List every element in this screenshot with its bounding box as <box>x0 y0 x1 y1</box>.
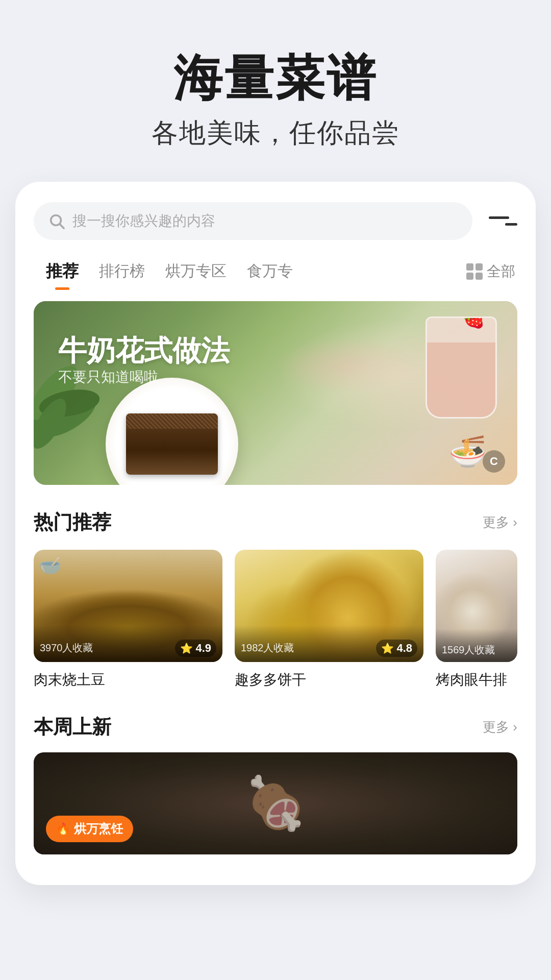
svg-line-1 <box>60 224 64 228</box>
food-card-name-1: 肉末烧土豆 <box>34 670 222 690</box>
fire-icon: 🔥 <box>56 822 70 836</box>
food-card-badge-2: 1982人收藏 ⭐ 4.8 <box>235 625 423 662</box>
tab-food[interactable]: 食万专 <box>237 257 303 286</box>
food-card-3[interactable]: 1569人收藏 烤肉眼牛排 <box>436 550 517 690</box>
app-card: 搜一搜你感兴趣的内容 推荐 排行榜 烘万专区 食万专 全部 <box>15 182 536 885</box>
weekly-more-link[interactable]: 更多 › <box>483 718 517 736</box>
star-icon-1: ⭐ <box>180 642 193 654</box>
rating-score-1: 4.9 <box>195 642 211 655</box>
banner-drink: 🍓 <box>425 316 497 419</box>
search-bar[interactable]: 搜一搜你感兴趣的内容 <box>34 202 472 240</box>
banner[interactable]: 🍓 🍜 牛奶花式做法 不要只知道喝啦 C <box>34 301 517 485</box>
food-card-badge-1: 3970人收藏 ⭐ 4.9 <box>34 625 222 662</box>
search-placeholder-text: 搜一搜你感兴趣的内容 <box>72 211 215 231</box>
weekly-badge: 🔥 烘万烹饪 <box>46 816 133 842</box>
bowl-deco: 🥣 <box>39 555 62 576</box>
tab-all-label: 全部 <box>487 262 515 281</box>
food-card-badge-3: 1569人收藏 <box>436 629 517 662</box>
food-card-image-2: 1982人收藏 ⭐ 4.8 <box>235 550 423 662</box>
grid-dot-2 <box>475 263 483 271</box>
weekly-card[interactable]: 🍖 🔥 烘万烹饪 <box>34 752 517 854</box>
grid-icon <box>466 263 483 280</box>
search-icon <box>48 212 65 230</box>
banner-subtitle: 不要只知道喝啦 <box>58 368 158 387</box>
tab-ranking[interactable]: 排行榜 <box>89 257 155 286</box>
page-sub-title: 各地美味，任你品尝 <box>31 115 520 151</box>
hot-section-header: 热门推荐 更多 › <box>34 509 517 535</box>
tab-all[interactable]: 全部 <box>466 262 515 281</box>
menu-line-bottom <box>505 223 517 226</box>
grid-dot-1 <box>466 263 473 271</box>
grid-dot-3 <box>466 273 473 280</box>
hot-more-link[interactable]: 更多 › <box>483 513 517 531</box>
food-card-name-3: 烤肉眼牛排 <box>436 670 517 690</box>
page-main-title: 海量菜谱 <box>31 51 520 105</box>
collection-count-2: 1982人收藏 <box>241 641 294 655</box>
collection-count-3: 1569人收藏 <box>442 643 495 657</box>
banner-c-badge: C <box>483 450 505 473</box>
tab-baking[interactable]: 烘万专区 <box>155 257 237 286</box>
grid-dot-4 <box>475 273 483 280</box>
rating-badge-2: ⭐ 4.8 <box>376 640 417 657</box>
food-cards-row: 🥣 3970人收藏 ⭐ 4.9 肉末烧土豆 1982人收藏 ⭐ <box>34 550 517 690</box>
search-bar-row: 搜一搜你感兴趣的内容 <box>34 202 517 240</box>
hot-section-title: 热门推荐 <box>34 509 111 535</box>
star-icon-2: ⭐ <box>381 642 394 654</box>
tab-recommend[interactable]: 推荐 <box>36 256 89 287</box>
menu-icon-button[interactable] <box>481 203 517 239</box>
weekly-badge-label: 烘万烹饪 <box>74 821 123 837</box>
collection-count-1: 3970人收藏 <box>40 641 93 655</box>
banner-title: 牛奶花式做法 <box>58 332 230 371</box>
weekly-section-header: 本周上新 更多 › <box>34 714 517 740</box>
rating-score-2: 4.8 <box>396 642 412 655</box>
food-card-image-1: 🥣 3970人收藏 ⭐ 4.9 <box>34 550 222 662</box>
rating-badge-1: ⭐ 4.9 <box>175 640 216 657</box>
menu-line-top <box>489 216 509 219</box>
food-card-1[interactable]: 🥣 3970人收藏 ⭐ 4.9 肉末烧土豆 <box>34 550 222 690</box>
banner-bowl: 🍜 <box>448 433 487 470</box>
food-card-image-3: 1569人收藏 <box>436 550 517 662</box>
weekly-food-emoji: 🍖 <box>244 773 308 834</box>
food-card-name-2: 趣多多饼干 <box>235 670 423 690</box>
food-card-2[interactable]: 1982人收藏 ⭐ 4.8 趣多多饼干 <box>235 550 423 690</box>
weekly-section-title: 本周上新 <box>34 714 111 740</box>
tabs-row: 推荐 排行榜 烘万专区 食万专 全部 <box>34 256 517 287</box>
